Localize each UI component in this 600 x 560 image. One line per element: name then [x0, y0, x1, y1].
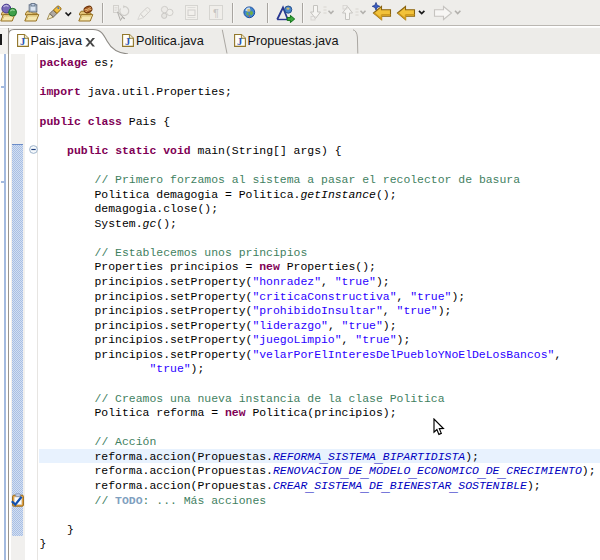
svg-text:¶: ¶ [213, 7, 219, 19]
svg-text:J: J [124, 36, 129, 47]
svg-text:J: J [236, 36, 241, 47]
svg-text:J: J [19, 36, 24, 47]
